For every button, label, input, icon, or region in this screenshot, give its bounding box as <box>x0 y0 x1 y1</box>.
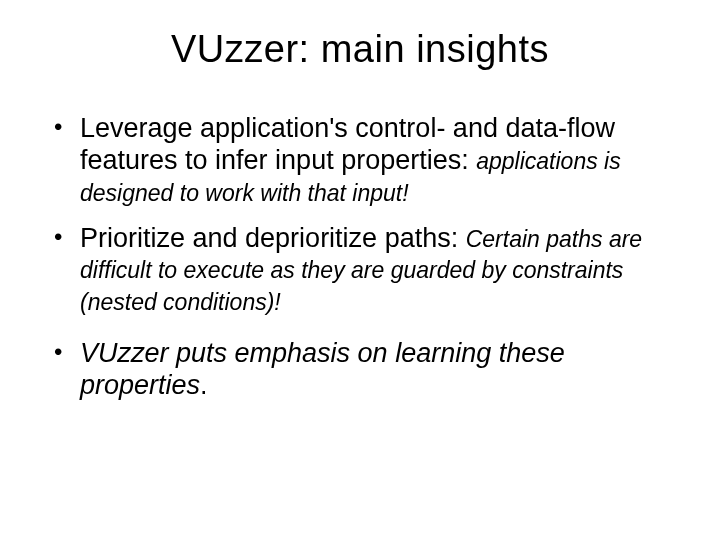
bullet-3-period: . <box>200 370 208 400</box>
bullet-item-3: VUzzer puts emphasis on learning these p… <box>48 338 672 402</box>
bullet-item-1: Leverage application's control- and data… <box>48 113 672 209</box>
bullet-item-2: Prioritize and deprioritize paths: Certa… <box>48 223 672 319</box>
slide-title: VUzzer: main insights <box>48 28 672 71</box>
bullet-3-text: VUzzer puts emphasis on learning these p… <box>80 338 565 400</box>
bullet-2-main: Prioritize and deprioritize paths: <box>80 223 466 253</box>
bullet-list: Leverage application's control- and data… <box>48 113 672 402</box>
